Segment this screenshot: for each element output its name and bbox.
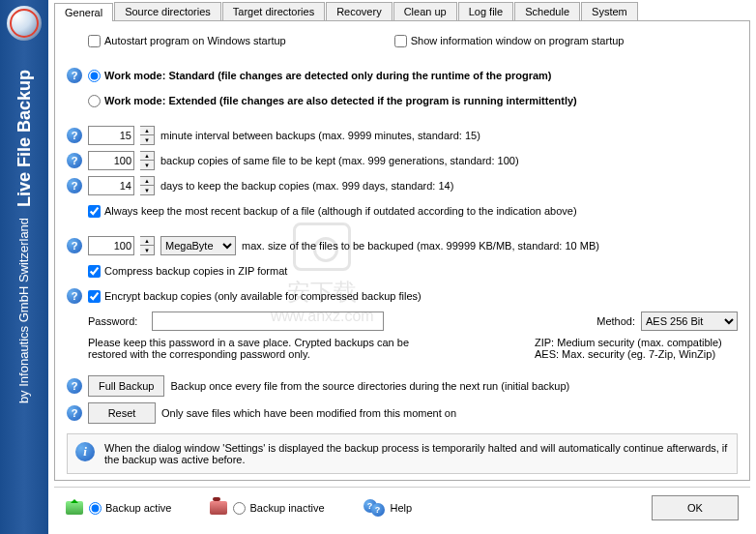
days-label: days to keep the backup copies (max. 999… (160, 180, 453, 192)
password-note: Please keep this password in a save plac… (88, 337, 446, 360)
help-icon[interactable]: ? (67, 153, 82, 168)
info-box: i When the dialog window 'Settings' is d… (67, 433, 738, 474)
tab-target-directories[interactable]: Target directories (222, 2, 325, 20)
backup-active-label[interactable]: Backup active (89, 502, 171, 515)
reset-button[interactable]: Reset (88, 402, 156, 424)
info-icon: i (75, 442, 95, 461)
help-text: Help (391, 502, 413, 514)
workmode-extended-label[interactable]: Work mode: Extended (file changes are al… (88, 95, 577, 107)
row-days: ? ▲▼ days to keep the backup copies (max… (67, 176, 738, 195)
info-note-text: When the dialog window 'Settings' is dis… (104, 442, 729, 465)
encrypt-text: Encrypt backup copies (only available fo… (104, 290, 422, 302)
row-reset: ? Reset Only save files which have been … (67, 402, 738, 424)
workmode-extended-text: Work mode: Extended (file changes are al… (104, 95, 577, 106)
autostart-text: Autostart program on Windows startup (104, 35, 286, 46)
backup-active-radio[interactable] (89, 502, 102, 515)
row-copies: ? ▲▼ backup copies of same file to be ke… (67, 151, 738, 170)
interval-spinner[interactable]: ▲▼ (140, 126, 155, 145)
always-keep-checkbox[interactable] (88, 205, 101, 218)
maxsize-label: max. size of the files to be backuped (m… (242, 240, 599, 252)
sidebar-company: by Infonautics GmbH Switzerland (16, 218, 31, 403)
sidebar: by Infonautics GmbH Switzerland Live Fil… (0, 0, 48, 534)
app-logo-icon (7, 6, 42, 41)
row-startup: Autostart program on Windows startup Sho… (67, 31, 738, 50)
full-backup-desc: Backup once every file from the source d… (170, 380, 569, 392)
row-maxsize: ? ▲▼ MegaByte max. size of the files to … (67, 236, 738, 255)
encrypt-checkbox[interactable] (88, 290, 101, 303)
row-always-keep: Always keep the most recent backup of a … (67, 201, 738, 221)
copies-spinner[interactable]: ▲▼ (140, 151, 155, 170)
tab-system[interactable]: System (581, 2, 638, 20)
compress-label[interactable]: Compress backup copies in ZIP format (88, 265, 287, 278)
main-panel: General Source directories Target direct… (48, 0, 756, 534)
tab-content: Autostart program on Windows startup Sho… (54, 21, 750, 481)
backup-inactive-label[interactable]: Backup inactive (233, 502, 324, 515)
help-icon[interactable]: ? (67, 68, 82, 83)
sidebar-text: by Infonautics GmbH Switzerland Live Fil… (15, 70, 35, 403)
copies-label: backup copies of same file to be kept (m… (160, 155, 519, 166)
reset-desc: Only save files which have been modified… (161, 407, 456, 419)
row-full-backup: ? Full Backup Backup once every file fro… (67, 375, 738, 397)
autostart-label[interactable]: Autostart program on Windows startup (88, 35, 286, 47)
days-input[interactable] (88, 176, 134, 195)
maxsize-unit-select[interactable]: MegaByte (160, 236, 236, 255)
workmode-standard-label[interactable]: Work mode: Standard (file changes are de… (88, 70, 551, 82)
help-icon[interactable]: ? (67, 238, 82, 253)
days-spinner[interactable]: ▲▼ (140, 176, 155, 195)
help-icon[interactable]: ? (67, 405, 82, 421)
help-group[interactable]: ?? Help (363, 498, 413, 518)
bottom-bar: Backup active Backup inactive ?? Help OK (54, 487, 750, 528)
method-label: Method: (596, 315, 635, 327)
password-label: Password: (88, 315, 146, 327)
tab-source-directories[interactable]: Source directories (114, 2, 221, 20)
interval-label: minute interval between backups (max. 99… (160, 130, 480, 141)
showinfo-text: Show information window on program start… (411, 35, 625, 46)
row-compress: Compress backup copies in ZIP format (67, 261, 738, 281)
row-workmode-standard: ? Work mode: Standard (file changes are … (67, 66, 738, 85)
always-keep-text: Always keep the most recent backup of a … (104, 205, 577, 217)
encrypt-label[interactable]: Encrypt backup copies (only available fo… (88, 290, 422, 303)
tab-general[interactable]: General (54, 3, 113, 21)
tab-schedule[interactable]: Schedule (514, 2, 580, 20)
maxsize-spinner[interactable]: ▲▼ (140, 236, 155, 255)
backup-active-text: Backup active (105, 502, 171, 514)
help-double-icon: ?? (363, 499, 385, 517)
sidebar-title: Live File Backup (15, 70, 34, 207)
workmode-standard-text: Work mode: Standard (file changes are de… (104, 70, 551, 81)
method-note: ZIP: Medium security (max. compatible) A… (535, 337, 738, 360)
row-interval: ? ▲▼ minute interval between backups (ma… (67, 126, 738, 145)
password-input[interactable] (152, 312, 384, 331)
tab-log-file[interactable]: Log file (458, 2, 513, 20)
backup-inactive-group: Backup inactive (210, 498, 324, 518)
tabs: General Source directories Target direct… (54, 2, 750, 21)
help-icon[interactable]: ? (67, 288, 82, 304)
help-icon[interactable]: ? (67, 128, 82, 143)
help-icon[interactable]: ? (67, 378, 82, 394)
maxsize-input[interactable] (88, 236, 134, 255)
row-password: Password: Method: AES 256 Bit (67, 312, 738, 331)
method-select[interactable]: AES 256 Bit (641, 312, 738, 331)
tab-clean-up[interactable]: Clean up (393, 2, 457, 20)
interval-input[interactable] (88, 126, 134, 145)
compress-checkbox[interactable] (88, 265, 101, 278)
backup-inactive-text: Backup inactive (249, 502, 324, 514)
full-backup-button[interactable]: Full Backup (88, 375, 164, 397)
row-workmode-extended: Work mode: Extended (file changes are al… (67, 91, 738, 110)
workmode-standard-radio[interactable] (88, 70, 101, 82)
autostart-checkbox[interactable] (88, 35, 101, 47)
tab-recovery[interactable]: Recovery (326, 2, 392, 20)
backup-active-icon (66, 501, 83, 515)
backup-inactive-radio[interactable] (233, 502, 246, 515)
row-encrypt: ? Encrypt backup copies (only available … (67, 286, 738, 306)
help-icon[interactable]: ? (67, 178, 82, 193)
compress-text: Compress backup copies in ZIP format (104, 265, 287, 277)
workmode-extended-radio[interactable] (88, 95, 101, 107)
backup-active-group: Backup active (66, 498, 171, 518)
showinfo-label[interactable]: Show information window on program start… (394, 35, 625, 47)
ok-button[interactable]: OK (652, 495, 739, 520)
backup-inactive-icon (210, 501, 227, 515)
copies-input[interactable] (88, 151, 134, 170)
showinfo-checkbox[interactable] (394, 35, 407, 47)
always-keep-label[interactable]: Always keep the most recent backup of a … (88, 205, 577, 218)
row-password-note: Please keep this password in a save plac… (67, 337, 738, 360)
